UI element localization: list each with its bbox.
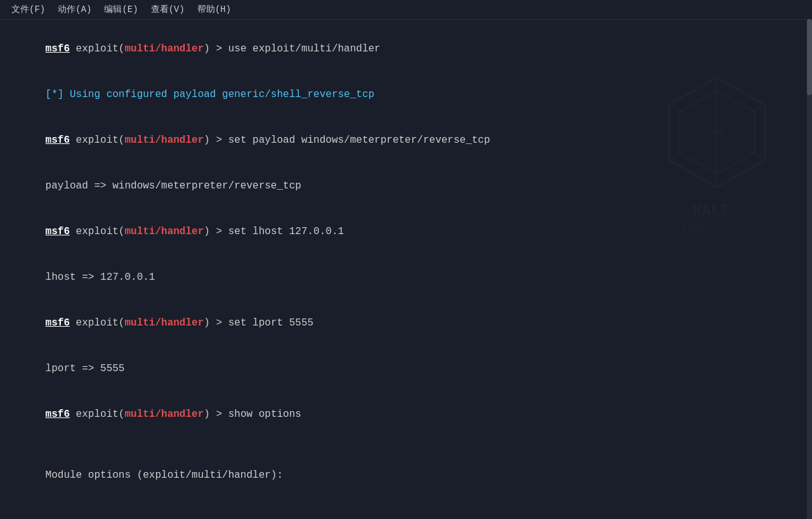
prompt-msf6: msf6 [46, 43, 70, 55]
scrollbar-thumb[interactable] [807, 19, 812, 95]
cmd-line-5: msf6 exploit(multi/handler) > show optio… [9, 391, 803, 437]
menu-file[interactable]: 文件(F) [5, 3, 51, 16]
info-line-1: [*] Using configured payload generic/she… [9, 72, 803, 117]
scrollbar[interactable] [807, 19, 812, 519]
cmd-line-2: msf6 exploit(multi/handler) > set payloa… [9, 117, 803, 163]
output-line-2: lhost => 127.0.0.1 [9, 254, 803, 300]
menu-help[interactable]: 帮助(H) [191, 3, 237, 16]
terminal: KALI LINUX msf6 exploit(multi/handler) >… [0, 20, 812, 519]
menu-action[interactable]: 动作(A) [51, 3, 98, 16]
module-table-header: Name Current Setting Required Descriptio… [9, 513, 803, 519]
cmd-line-4: msf6 exploit(multi/handler) > set lport … [9, 300, 803, 346]
module-options-header: Module options (exploit/multi/handler): [9, 452, 803, 498]
terminal-content: msf6 exploit(multi/handler) > use exploi… [9, 26, 803, 519]
menubar: 文件(F) 动作(A) 编辑(E) 查看(V) 帮助(H) [0, 0, 812, 20]
output-line-1: payload => windows/meterpreter/reverse_t… [9, 163, 803, 209]
cmd-line-3: msf6 exploit(multi/handler) > set lhost … [9, 209, 803, 254]
menu-edit[interactable]: 编辑(E) [98, 3, 144, 16]
cmd-line-1: msf6 exploit(multi/handler) > use exploi… [9, 26, 803, 72]
blank-2 [9, 498, 803, 513]
menu-view[interactable]: 查看(V) [145, 3, 191, 16]
blank-1 [9, 437, 803, 452]
output-line-3: lport => 5555 [9, 346, 803, 391]
